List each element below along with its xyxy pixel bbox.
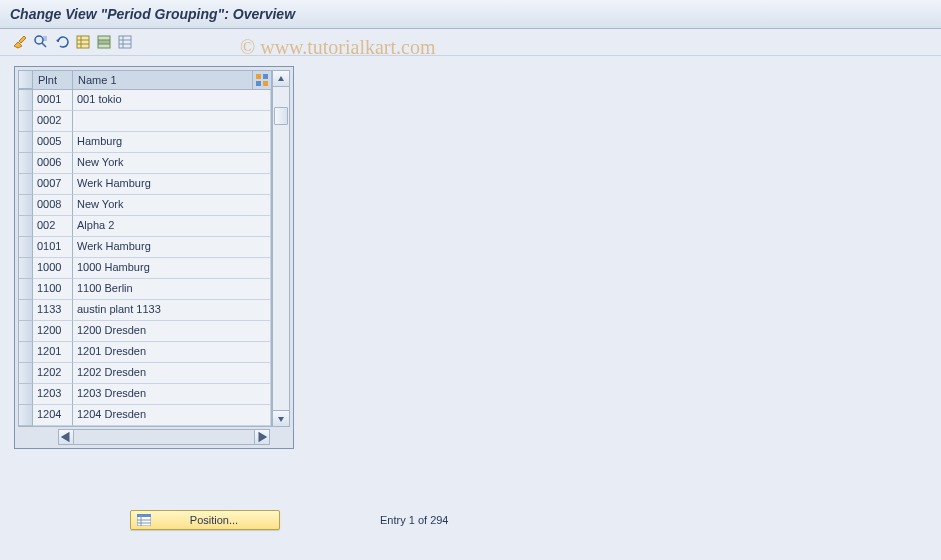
table-row: 1133austin plant 1133 <box>19 300 271 321</box>
scroll-track[interactable] <box>273 87 289 410</box>
cell-name1[interactable]: New York <box>73 153 271 174</box>
cell-plnt[interactable]: 1202 <box>33 363 73 384</box>
row-selector[interactable] <box>19 90 33 111</box>
row-selector[interactable] <box>19 195 33 216</box>
cell-name1[interactable]: Alpha 2 <box>73 216 271 237</box>
row-selector[interactable] <box>19 342 33 363</box>
cell-name1[interactable]: Hamburg <box>73 132 271 153</box>
row-selector[interactable] <box>19 216 33 237</box>
cell-name1[interactable]: Werk Hamburg <box>73 174 271 195</box>
svg-rect-17 <box>256 81 261 86</box>
table-row: 0001001 tokio <box>19 90 271 111</box>
cell-plnt[interactable]: 1133 <box>33 300 73 321</box>
row-selector[interactable] <box>19 321 33 342</box>
table-header: Plnt Name 1 <box>19 71 271 90</box>
scroll-right-button[interactable] <box>254 429 270 445</box>
row-selector[interactable] <box>19 111 33 132</box>
scroll-thumb[interactable] <box>274 107 288 125</box>
horizontal-scrollbar[interactable] <box>58 429 270 445</box>
table-row: 0101Werk Hamburg <box>19 237 271 258</box>
cell-name1[interactable] <box>73 111 271 132</box>
cell-plnt[interactable]: 0101 <box>33 237 73 258</box>
cell-plnt[interactable]: 1100 <box>33 279 73 300</box>
table-row: 10001000 Hamburg <box>19 258 271 279</box>
table-row: 0008New York <box>19 195 271 216</box>
svg-rect-10 <box>98 40 110 44</box>
row-selector[interactable] <box>19 405 33 426</box>
select-all-rows[interactable] <box>19 71 33 89</box>
cell-plnt[interactable]: 0006 <box>33 153 73 174</box>
cell-name1[interactable]: 1200 Dresden <box>73 321 271 342</box>
toolbar <box>0 29 941 56</box>
row-selector[interactable] <box>19 132 33 153</box>
hscroll-track[interactable] <box>74 429 254 445</box>
table-row: 0006New York <box>19 153 271 174</box>
svg-rect-16 <box>263 74 268 79</box>
row-selector[interactable] <box>19 237 33 258</box>
cell-name1[interactable]: 1202 Dresden <box>73 363 271 384</box>
row-selector[interactable] <box>19 153 33 174</box>
row-selector[interactable] <box>19 174 33 195</box>
table-container: Plnt Name 1 0001001 tokio 0002 0005Hambu… <box>14 66 294 449</box>
footer: Position... Entry 1 of 294 <box>0 510 941 530</box>
table-row: 12001200 Dresden <box>19 321 271 342</box>
cell-name1[interactable]: Werk Hamburg <box>73 237 271 258</box>
svg-rect-11 <box>119 36 131 48</box>
entry-status: Entry 1 of 294 <box>380 514 449 526</box>
cell-plnt[interactable]: 0002 <box>33 111 73 132</box>
row-selector[interactable] <box>19 258 33 279</box>
select-block-icon[interactable] <box>94 33 114 51</box>
cell-plnt[interactable]: 0005 <box>33 132 73 153</box>
content-area: Plnt Name 1 0001001 tokio 0002 0005Hambu… <box>0 56 941 459</box>
table-body: 0001001 tokio 0002 0005Hamburg 0006New Y… <box>19 90 271 426</box>
cell-plnt[interactable]: 1204 <box>33 405 73 426</box>
table-row: 0002 <box>19 111 271 132</box>
column-header-plnt[interactable]: Plnt <box>33 71 73 89</box>
find-icon[interactable] <box>31 33 51 51</box>
cell-name1[interactable]: austin plant 1133 <box>73 300 271 321</box>
cell-name1[interactable]: 001 tokio <box>73 90 271 111</box>
cell-name1[interactable]: 1203 Dresden <box>73 384 271 405</box>
svg-point-0 <box>35 36 43 44</box>
vertical-scrollbar[interactable] <box>272 70 290 427</box>
cell-plnt[interactable]: 0001 <box>33 90 73 111</box>
table-row: 12021202 Dresden <box>19 363 271 384</box>
deselect-all-icon[interactable] <box>115 33 135 51</box>
cell-name1[interactable]: 1201 Dresden <box>73 342 271 363</box>
svg-rect-20 <box>137 514 151 517</box>
table-settings-icon[interactable] <box>253 71 271 89</box>
cell-plnt[interactable]: 1200 <box>33 321 73 342</box>
cell-name1[interactable]: New York <box>73 195 271 216</box>
row-selector[interactable] <box>19 384 33 405</box>
change-display-icon[interactable] <box>10 33 30 51</box>
scroll-left-button[interactable] <box>58 429 74 445</box>
row-selector[interactable] <box>19 279 33 300</box>
position-button[interactable]: Position... <box>130 510 280 530</box>
select-all-icon[interactable] <box>73 33 93 51</box>
cell-plnt[interactable]: 0008 <box>33 195 73 216</box>
table-row: 0005Hamburg <box>19 132 271 153</box>
cell-plnt[interactable]: 1203 <box>33 384 73 405</box>
scroll-down-button[interactable] <box>273 410 289 426</box>
scroll-up-button[interactable] <box>273 71 289 87</box>
cell-name1[interactable]: 1100 Berlin <box>73 279 271 300</box>
svg-rect-18 <box>263 81 268 86</box>
cell-plnt[interactable]: 0007 <box>33 174 73 195</box>
row-selector[interactable] <box>19 363 33 384</box>
cell-plnt[interactable]: 1000 <box>33 258 73 279</box>
position-button-label: Position... <box>153 514 275 526</box>
cell-plnt[interactable]: 002 <box>33 216 73 237</box>
row-selector[interactable] <box>19 300 33 321</box>
table-row: 11001100 Berlin <box>19 279 271 300</box>
cell-name1[interactable]: 1000 Hamburg <box>73 258 271 279</box>
svg-rect-15 <box>256 74 261 79</box>
undo-icon[interactable] <box>52 33 72 51</box>
cell-name1[interactable]: 1204 Dresden <box>73 405 271 426</box>
table-row: 12011201 Dresden <box>19 342 271 363</box>
svg-line-1 <box>42 43 46 47</box>
table-row: 12041204 Dresden <box>19 405 271 426</box>
column-header-name1[interactable]: Name 1 <box>73 71 253 89</box>
table-row: 0007Werk Hamburg <box>19 174 271 195</box>
cell-plnt[interactable]: 1201 <box>33 342 73 363</box>
svg-rect-3 <box>77 36 89 48</box>
